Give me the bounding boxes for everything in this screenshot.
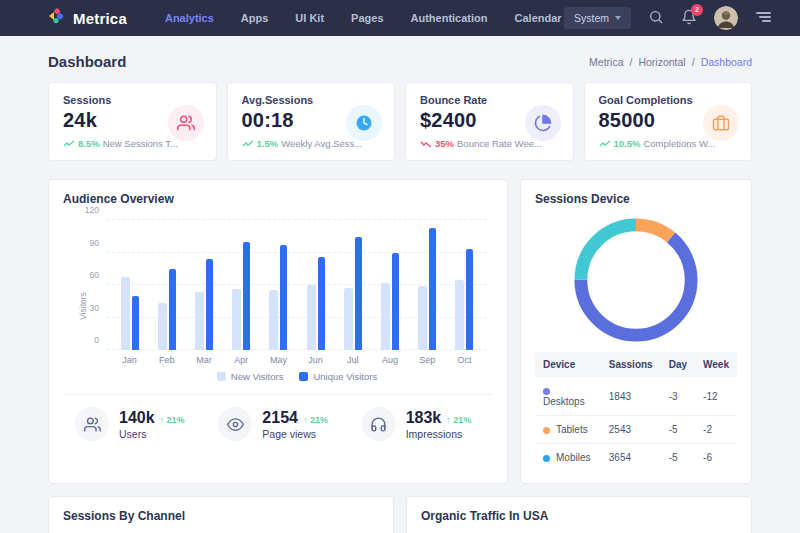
headphones-icon [362, 407, 396, 441]
unique-visitors-bar [280, 245, 287, 350]
nav-item-calendar[interactable]: Calendar [515, 12, 562, 24]
card-label: Sessions [63, 94, 202, 106]
unique-visitors-bar [169, 269, 176, 350]
bar-group-jul [334, 220, 371, 350]
sessions-device-panel: Sessions Device Device Sassions Day Week [520, 179, 752, 484]
organic-traffic-title: Organic Traffic In USA [421, 509, 737, 523]
system-dropdown[interactable]: System [564, 7, 631, 29]
search-button[interactable] [648, 9, 664, 28]
x-tick: Apr [223, 355, 260, 365]
nav-item-ui-kit[interactable]: UI Kit [295, 12, 324, 24]
breadcrumb-metrica[interactable]: Metrica [589, 56, 623, 68]
sessions-by-channel-title: Sessions By Channel [63, 509, 379, 523]
x-tick: Jun [297, 355, 334, 365]
organic-traffic-panel: Organic Traffic In USA + [406, 496, 752, 533]
page-title: Dashboard [48, 53, 126, 70]
bar-group-may [260, 220, 297, 350]
notification-badge: 2 [691, 4, 703, 16]
stat-change: ↑ 21% [160, 415, 185, 425]
bar-group-jan [111, 220, 148, 350]
notifications-button[interactable]: 2 [681, 9, 697, 28]
y-tick: 30 [90, 303, 99, 313]
new-visitors-bar [121, 277, 130, 350]
breadcrumb-horizontal[interactable]: Horizontal [638, 56, 685, 68]
trend-text: Weekly Avg.Sess... [281, 138, 362, 149]
users-icon [168, 105, 204, 141]
col-device: Device [535, 352, 601, 377]
stat-page-views: 2154 ↑ 21% Page views [206, 407, 349, 441]
mobiles-dot [543, 455, 550, 462]
y-tick: 120 [85, 205, 99, 215]
y-tick: 90 [90, 238, 99, 248]
tablets-dot [543, 427, 550, 434]
unique-visitors-bar [318, 257, 325, 350]
x-tick: May [260, 355, 297, 365]
table-row-tablets: Tablets 2543 -5 -2 [535, 416, 737, 444]
bar-group-sep [409, 220, 446, 350]
clock-icon [346, 105, 382, 141]
audience-overview-title: Audience Overview [63, 192, 493, 206]
breadcrumb-separator: / [692, 56, 695, 68]
page-header: Dashboard Metrica/ Horizontal/ Dashboard [48, 36, 752, 82]
unique-visitors-bar [466, 249, 473, 350]
usa-map: + [421, 527, 737, 533]
stat-label: Users [119, 428, 185, 440]
new-visitors-bar [418, 286, 427, 350]
unique-visitors-bar [429, 228, 436, 350]
navbar-actions: System 2 [564, 6, 772, 30]
sessions-by-channel-panel: Sessions By Channel Organic Search Socia… [48, 496, 394, 533]
breadcrumb-current: Dashboard [701, 56, 752, 68]
breadcrumb-separator: / [630, 56, 633, 68]
top-navbar: Metrica AnalyticsAppsUI KitPagesAuthenti… [0, 0, 800, 36]
bar-group-apr [223, 220, 260, 350]
legend-swatch [217, 372, 226, 381]
sessions-device-donut [535, 216, 737, 344]
y-tick: 60 [90, 270, 99, 280]
x-tick: Feb [148, 355, 185, 365]
sessions-device-title: Sessions Device [535, 192, 737, 206]
menu-toggle-button[interactable] [755, 10, 772, 27]
stat-change: ↑ 21% [303, 415, 328, 425]
nav-menu: AnalyticsAppsUI KitPagesAuthenticationCa… [165, 12, 562, 24]
unique-visitors-bar [132, 296, 139, 350]
trend-text: New Sessions T... [103, 138, 178, 149]
chevron-down-icon [615, 16, 621, 20]
new-visitors-bar [307, 285, 316, 350]
x-axis-labels: JanFebMarAprMayJunJulAugSepOct [107, 355, 487, 365]
legend-new-visitors: New Visitors [217, 371, 284, 382]
card-label: Goal Completions [599, 94, 738, 106]
y-tick: 0 [94, 335, 99, 345]
bar-group-aug [371, 220, 408, 350]
col-sassions: Sassions [601, 352, 661, 377]
unique-visitors-bar [206, 259, 213, 350]
brand-logo[interactable]: Metrica [48, 7, 127, 29]
legend-unique-visitors: Unique Visitors [299, 371, 377, 382]
stat-value: 2154 [262, 409, 298, 427]
unique-visitors-bar [355, 237, 362, 350]
nav-item-pages[interactable]: Pages [351, 12, 383, 24]
card-bounce-rate: Bounce Rate $2400 35% Bounce Rate Wee... [405, 82, 574, 161]
col-day: Day [661, 352, 695, 377]
new-visitors-bar [344, 288, 353, 350]
nav-item-analytics[interactable]: Analytics [165, 12, 214, 24]
bar-chart-plot: 0306090120 [107, 220, 487, 350]
trend-pct: 10.5% [614, 138, 641, 149]
bar-group-jun [297, 220, 334, 350]
card-label: Avg.Sessions [242, 94, 381, 106]
legend-label: Unique Visitors [313, 371, 377, 382]
briefcase-icon [703, 105, 739, 141]
table-row-desktops: Desktops 1843 -3 -12 [535, 377, 737, 416]
x-tick: Mar [185, 355, 222, 365]
stat-label: Page views [262, 428, 328, 440]
stat-cards-row: Sessions 24k 8.5% New Sessions T... Avg.… [48, 82, 752, 161]
nav-item-apps[interactable]: Apps [241, 12, 269, 24]
stat-value: 183k [406, 409, 442, 427]
user-avatar[interactable] [714, 6, 738, 30]
card-goal-completions: Goal Completions 85000 10.5% Completions… [584, 82, 753, 161]
new-visitors-bar [269, 290, 278, 350]
nav-item-authentication[interactable]: Authentication [411, 12, 488, 24]
x-tick: Jan [111, 355, 148, 365]
new-visitors-bar [232, 289, 241, 350]
audience-stats-row: 140k ↑ 21% Users 2154 ↑ 21% Page [63, 394, 493, 441]
hamburger-icon [755, 10, 772, 27]
